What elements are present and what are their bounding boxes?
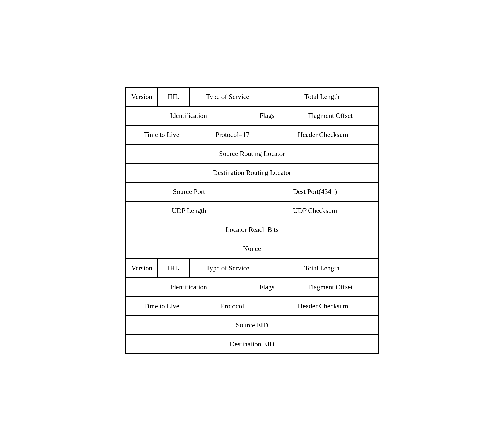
fragment-offset1: Flagment Offset bbox=[283, 107, 378, 125]
destination-eid: Destination EID bbox=[126, 335, 378, 353]
row-ip1-header: Version IHL Type of Service Total Length bbox=[126, 88, 378, 107]
nonce: Nonce bbox=[126, 239, 378, 258]
identification1: Identification bbox=[126, 107, 251, 125]
udp-checksum: UDP Checksum bbox=[252, 202, 378, 220]
total-length2: Total Length bbox=[266, 259, 378, 277]
row-ip2-header: Version IHL Type of Service Total Length bbox=[126, 259, 378, 278]
protocol2: Protocol bbox=[197, 297, 268, 315]
row-ip1-id: Identification Flags Flagment Offset bbox=[126, 107, 378, 126]
row-udp-len: UDP Length UDP Checksum bbox=[126, 202, 378, 220]
ihl2: IHL bbox=[158, 259, 190, 277]
row-src-routing: Source Routing Locator bbox=[126, 145, 378, 164]
version1: Version bbox=[126, 88, 158, 106]
row-locator-reach: Locator Reach Bits bbox=[126, 220, 378, 239]
header-checksum2: Header Checksum bbox=[268, 297, 378, 315]
version2: Version bbox=[126, 259, 158, 277]
row-ip2-ttl: Time to Live Protocol Header Checksum bbox=[126, 297, 378, 316]
row-source-eid: Source EID bbox=[126, 316, 378, 335]
protocol1: Protocol=17 bbox=[197, 126, 268, 144]
packet-diagram: Version IHL Type of Service Total Length… bbox=[125, 87, 379, 354]
flags1: Flags bbox=[251, 107, 283, 125]
type-of-service2: Type of Service bbox=[190, 259, 266, 277]
type-of-service1: Type of Service bbox=[190, 88, 266, 106]
udp-length: UDP Length bbox=[126, 202, 252, 220]
row-udp-ports: Source Port Dest Port(4341) bbox=[126, 183, 378, 202]
identification2: Identification bbox=[126, 278, 251, 296]
ttl1: Time to Live bbox=[126, 126, 197, 144]
ttl2: Time to Live bbox=[126, 297, 197, 315]
header-checksum1: Header Checksum bbox=[268, 126, 378, 144]
row-ip1-ttl: Time to Live Protocol=17 Header Checksum bbox=[126, 126, 378, 145]
dest-port: Dest Port(4341) bbox=[252, 183, 378, 201]
source-eid: Source EID bbox=[126, 316, 378, 334]
destination-routing-locator: Destination Routing Locator bbox=[126, 164, 378, 182]
source-port: Source Port bbox=[126, 183, 252, 201]
row-ip2-id: Identification Flags Flagment Offset bbox=[126, 278, 378, 297]
row-dst-routing: Destination Routing Locator bbox=[126, 164, 378, 183]
source-routing-locator: Source Routing Locator bbox=[126, 145, 378, 163]
total-length1: Total Length bbox=[266, 88, 378, 106]
locator-reach-bits: Locator Reach Bits bbox=[126, 220, 378, 239]
ihl1: IHL bbox=[158, 88, 190, 106]
row-dest-eid: Destination EID bbox=[126, 335, 378, 353]
fragment-offset2: Flagment Offset bbox=[283, 278, 378, 296]
row-nonce: Nonce bbox=[126, 239, 378, 259]
flags2: Flags bbox=[251, 278, 283, 296]
